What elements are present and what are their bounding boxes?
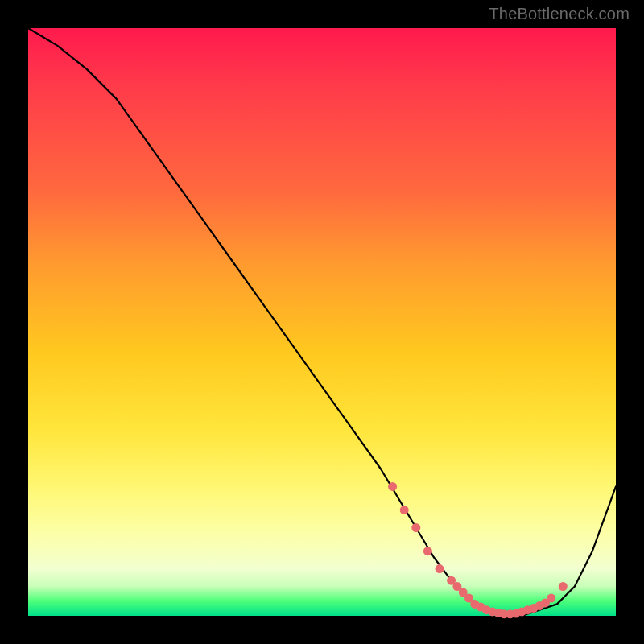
chart-frame: TheBottleneck.com — [0, 0, 644, 644]
marker-dot — [388, 482, 397, 491]
marker-dot — [423, 547, 432, 555]
marker-group — [388, 482, 568, 618]
marker-dot — [400, 506, 409, 514]
bottleneck-curve — [28, 28, 616, 616]
marker-dot — [559, 582, 568, 591]
marker-dot — [411, 523, 420, 532]
curve-layer — [28, 28, 616, 616]
marker-dot — [436, 564, 444, 573]
plot-area — [28, 28, 616, 616]
watermark-label: TheBottleneck.com — [489, 5, 630, 23]
marker-dot — [547, 594, 555, 603]
